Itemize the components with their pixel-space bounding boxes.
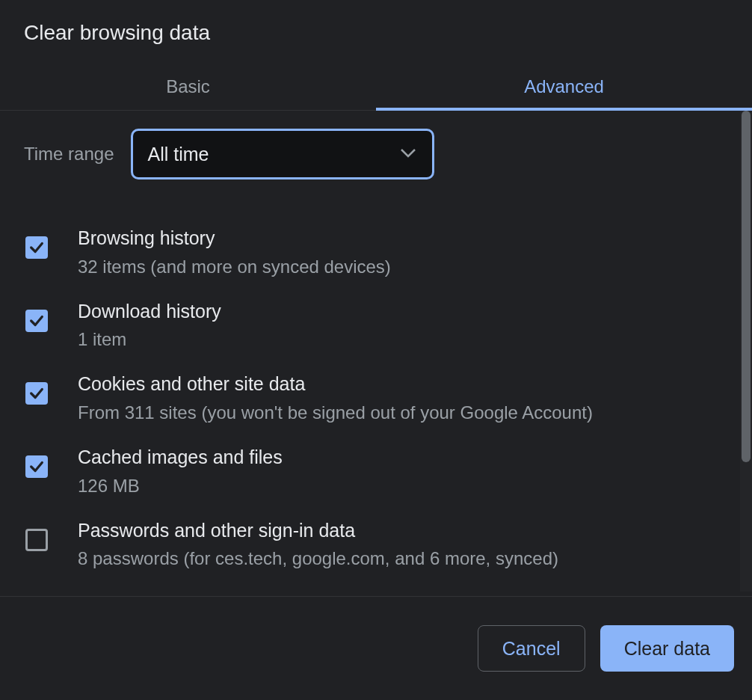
- option-row[interactable]: Download history1 item: [24, 289, 728, 362]
- option-title: Cached images and files: [78, 445, 283, 470]
- option-text: Passwords and other sign-in data8 passwo…: [78, 518, 558, 571]
- option-title: Cookies and other site data: [78, 372, 593, 396]
- option-row[interactable]: Passwords and other sign-in data8 passwo…: [24, 508, 728, 581]
- checkbox[interactable]: [25, 310, 48, 332]
- time-range-value: All time: [148, 144, 209, 165]
- time-range-label: Time range: [24, 144, 114, 165]
- option-title: Download history: [78, 299, 221, 324]
- cancel-button[interactable]: Cancel: [478, 625, 585, 672]
- option-text: Cookies and other site dataFrom 311 site…: [78, 372, 593, 424]
- option-subtitle: 32 items (and more on synced devices): [78, 255, 391, 278]
- option-text: Cached images and files126 MB: [78, 445, 283, 497]
- option-row[interactable]: Cached images and files126 MB: [24, 435, 728, 508]
- option-subtitle: 1 item: [78, 328, 221, 351]
- option-title: Browsing history: [78, 226, 391, 251]
- option-text: Browsing history32 items (and more on sy…: [78, 226, 391, 278]
- chevron-down-icon: [401, 147, 416, 161]
- option-title: Autofill form data: [78, 591, 218, 592]
- dialog-title: Clear browsing data: [0, 0, 752, 63]
- option-text: Download history1 item: [78, 299, 221, 351]
- cancel-button-label: Cancel: [502, 638, 561, 660]
- scrollbar-thumb[interactable]: [742, 111, 751, 462]
- dialog-footer: Cancel Clear data: [0, 596, 752, 700]
- clear-data-button-label: Clear data: [624, 638, 710, 660]
- options-list: Browsing history32 items (and more on sy…: [24, 215, 728, 592]
- tab-advanced-label: Advanced: [524, 76, 604, 97]
- clear-data-button[interactable]: Clear data: [600, 625, 734, 672]
- checkbox[interactable]: [25, 236, 48, 259]
- option-row[interactable]: Browsing history32 items (and more on sy…: [24, 215, 728, 289]
- time-range-select[interactable]: All time: [131, 129, 434, 179]
- option-text: Autofill form data: [78, 591, 218, 592]
- option-row[interactable]: Cookies and other site dataFrom 311 site…: [24, 361, 728, 435]
- tab-basic-label: Basic: [166, 76, 210, 97]
- tab-basic[interactable]: Basic: [0, 63, 376, 110]
- option-row[interactable]: Autofill form data: [24, 580, 728, 592]
- checkbox[interactable]: [25, 382, 48, 405]
- option-subtitle: From 311 sites (you won't be signed out …: [78, 401, 593, 424]
- tabs: Basic Advanced: [0, 63, 752, 111]
- option-subtitle: 8 passwords (for ces.tech, google.com, a…: [78, 547, 558, 570]
- content-area: Time range All time Browsing history32 i…: [0, 111, 752, 592]
- time-range-row: Time range All time: [24, 129, 728, 179]
- checkbox[interactable]: [25, 455, 48, 478]
- scrollbar[interactable]: [740, 111, 752, 592]
- option-subtitle: 126 MB: [78, 474, 283, 497]
- option-title: Passwords and other sign-in data: [78, 518, 558, 543]
- checkbox[interactable]: [25, 529, 48, 551]
- tab-advanced[interactable]: Advanced: [376, 63, 752, 110]
